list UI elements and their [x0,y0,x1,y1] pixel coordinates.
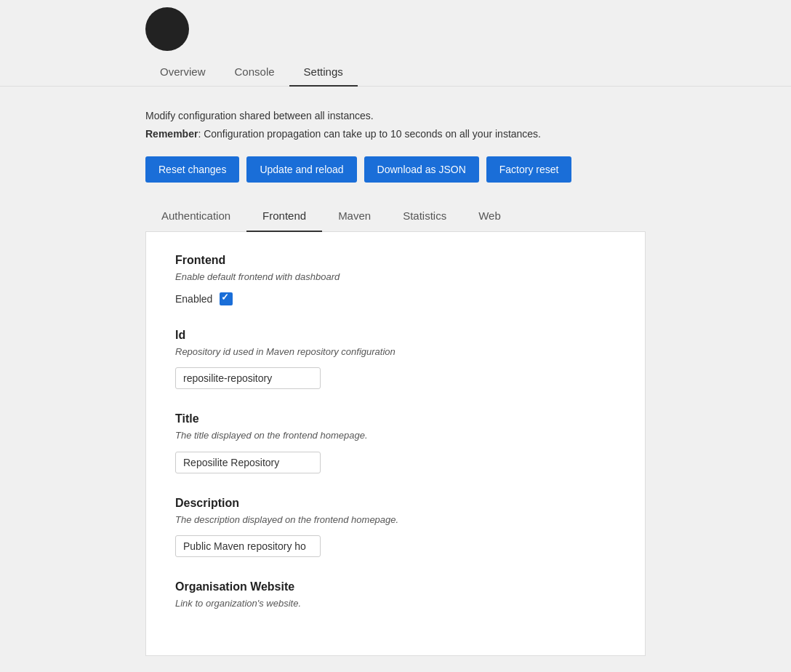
update-reload-button[interactable]: Update and reload [246,156,356,183]
tab-statistics[interactable]: Statistics [387,201,462,232]
avatar [145,7,189,51]
tab-console[interactable]: Console [220,58,289,87]
title-input[interactable] [175,452,321,473]
frontend-section: Frontend Enable default frontend with da… [175,254,616,305]
info-line1: Modify configuration shared between all … [145,108,646,124]
enabled-checkbox[interactable] [220,292,233,305]
description-desc: The description displayed on the fronten… [175,513,616,527]
remember-label: Remember [145,128,198,140]
avatar-area [0,0,791,51]
tab-maven[interactable]: Maven [322,201,387,232]
description-title: Description [175,497,616,510]
org-website-section: Organisation Website Link to organizatio… [175,580,616,610]
tab-settings[interactable]: Settings [289,58,358,87]
content-area: Modify configuration shared between all … [0,87,791,672]
enabled-label: Enabled [175,293,212,305]
reset-changes-button[interactable]: Reset changes [145,156,239,183]
settings-tabs: Authentication Frontend Maven Statistics… [145,201,646,232]
page-wrapper: Overview Console Settings Modify configu… [0,0,791,672]
settings-panel: Frontend Enable default frontend with da… [145,232,646,656]
frontend-desc: Enable default frontend with dashboard [175,271,616,284]
tab-overview[interactable]: Overview [145,58,220,87]
description-input[interactable] [175,535,321,557]
top-nav: Overview Console Settings [0,58,791,87]
tab-frontend[interactable]: Frontend [246,201,322,232]
description-section: Description The description displayed on… [175,497,616,557]
id-title: Id [175,329,616,342]
org-website-title: Organisation Website [175,580,616,593]
frontend-title: Frontend [175,254,616,267]
tab-authentication[interactable]: Authentication [145,201,246,232]
title-field-label: Title [175,412,616,425]
id-input[interactable] [175,367,321,389]
title-section: Title The title displayed on the fronten… [175,412,616,473]
factory-reset-button[interactable]: Factory reset [486,156,572,183]
id-desc: Repository id used in Maven repository c… [175,345,616,359]
download-json-button[interactable]: Download as JSON [364,156,479,183]
action-buttons: Reset changes Update and reload Download… [145,156,646,183]
enabled-row: Enabled [175,292,616,305]
info-line2-body: : Configuration propagation can take up … [198,128,541,140]
id-section: Id Repository id used in Maven repositor… [175,329,616,389]
title-desc: The title displayed on the frontend home… [175,429,616,442]
org-website-desc: Link to organization's website. [175,597,616,610]
tab-web[interactable]: Web [462,201,517,232]
info-line2: Remember: Configuration propagation can … [145,127,646,142]
